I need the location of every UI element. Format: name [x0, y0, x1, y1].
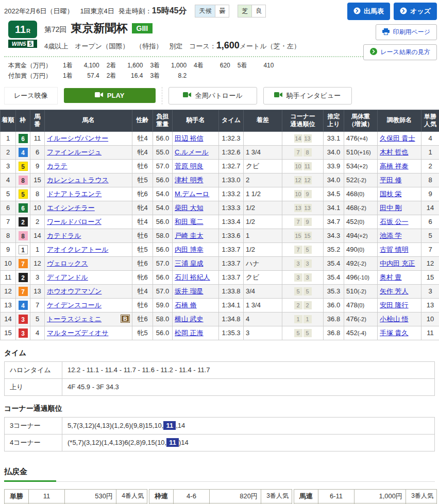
jockey-link[interactable]: 内田 博幸: [175, 246, 204, 253]
cell-last3f: 34.7: [324, 215, 344, 229]
jockey-link[interactable]: 和田 竜二: [175, 218, 204, 225]
horse-name-link[interactable]: ファインルージュ: [47, 148, 102, 156]
cell-waku: 7: [16, 284, 30, 298]
trainer-link[interactable]: 中内田 充正: [380, 259, 415, 267]
jockey-link[interactable]: 横山 武史: [175, 315, 204, 323]
race-number-suffix: R: [26, 28, 30, 34]
horse-name-link[interactable]: ヴェロックス: [47, 259, 88, 267]
results-guide-button[interactable]: レース結果の見方: [363, 44, 437, 60]
jockey-link[interactable]: 坂井 瑠星: [175, 287, 204, 295]
trainer-link[interactable]: 古賀 慎明: [380, 246, 409, 253]
table-row: 13 4 7 ケイデンスコール 牡6 59.0 石橋 脩 1:34.1 1 3/…: [1, 298, 439, 312]
patrol-video-button[interactable]: 全周パトロール: [168, 87, 257, 105]
cell-horse-name: イルーシヴパンサー: [45, 131, 132, 145]
race-video-button[interactable]: レース映像: [4, 87, 58, 105]
cell-time: 1:32.6: [219, 145, 244, 159]
header-last3f: 推定 上り: [324, 110, 344, 131]
cell-waku: 3: [16, 326, 30, 340]
horse-name-link[interactable]: ケイデンスコール: [47, 301, 102, 309]
trainer-link[interactable]: 国枝 栄: [380, 190, 402, 198]
cell-margin: ハナ: [244, 256, 282, 270]
jockey-link[interactable]: 松岡 正海: [175, 329, 204, 337]
cell-trainer: 中内田 充正: [378, 256, 421, 270]
jockey-link[interactable]: 田辺 裕信: [175, 134, 204, 142]
trainer-link[interactable]: 矢作 芳人: [380, 287, 409, 295]
furlong-time-row: ハロンタイム 12.2 - 11.1 - 11.4 - 11.7 - 11.6 …: [5, 361, 435, 378]
horse-name-link[interactable]: ワールドバローズ: [47, 218, 102, 225]
cell-trainer: 高橋 祥泰: [378, 159, 421, 173]
odds-button[interactable]: オッズ: [394, 3, 437, 20]
horse-weight-diff: (-2): [358, 260, 366, 267]
cell-horse-number: 2: [30, 215, 45, 229]
arrow-circle-icon: [370, 48, 377, 57]
trainer-link[interactable]: 木村 哲也: [380, 148, 409, 156]
cell-waku: 7: [16, 256, 30, 270]
trainer-link[interactable]: 石坂 公一: [380, 218, 409, 225]
header-trainer: 調教師名: [378, 110, 421, 131]
jockey-link[interactable]: 三浦 皇成: [175, 259, 204, 267]
last-furlongs-value: 4F 45.9 - 3F 34.3: [62, 378, 435, 395]
trainer-link[interactable]: 池添 学: [380, 232, 402, 239]
jockey-link[interactable]: 菅原 明良: [175, 162, 204, 170]
cell-sex-age: 牝6: [132, 270, 153, 284]
cell-margin: 1 3/4: [244, 145, 282, 159]
cell-corner-order: 1212: [282, 173, 324, 187]
trainer-link[interactable]: 高橋 祥泰: [380, 162, 409, 170]
play-button[interactable]: PLAY: [64, 88, 156, 103]
trainer-link[interactable]: 田中 剛: [380, 204, 402, 212]
horse-weight: 476: [346, 134, 358, 142]
print-page-button[interactable]: 印刷用ページ: [376, 24, 437, 40]
horse-name-link[interactable]: ディアンドル: [47, 273, 88, 281]
time-section-heading: タイム: [4, 349, 435, 358]
cell-margin: クビ: [244, 270, 282, 284]
jockey-link[interactable]: 石川 裕紀人: [175, 273, 210, 281]
cell-finish-position: 13: [1, 298, 16, 312]
race-card-button[interactable]: 出馬表: [347, 3, 390, 20]
odds-label: オッズ: [410, 7, 431, 16]
trainer-link[interactable]: 奥村 豊: [380, 273, 402, 281]
cell-horse-name: ファインルージュ: [45, 145, 132, 159]
jockey-interview-button[interactable]: 騎手インタビュー: [263, 87, 352, 105]
cell-horse-number: 12: [30, 256, 45, 270]
horse-name-link[interactable]: トーラスジェミニ: [47, 315, 102, 323]
cell-waku: 1: [16, 242, 30, 256]
horse-name-link[interactable]: ホウオウアマゾン: [47, 287, 102, 295]
horse-name-link[interactable]: カラテ: [47, 162, 67, 170]
cell-trainer: 田中 剛: [378, 201, 421, 215]
cell-time: 1:33.0: [219, 173, 244, 187]
trainer-link[interactable]: 久保田 貴士: [380, 134, 415, 142]
cell-horse-name: カラテ: [45, 159, 132, 173]
race-card-label: 出馬表: [364, 7, 384, 16]
jockey-link[interactable]: C.ルメール: [175, 148, 209, 156]
jockey-link[interactable]: M.デムーロ: [175, 190, 209, 198]
horse-name-link[interactable]: イルーシヴパンサー: [47, 134, 108, 142]
arrow-circle-icon: [353, 7, 361, 16]
header-load-weight: 負担 重量: [153, 110, 173, 131]
waku-badge: 1: [19, 245, 28, 254]
cell-horse-name: ケイデンスコール: [45, 298, 132, 312]
horse-name-link[interactable]: マルターズディオサ: [47, 329, 108, 337]
horse-name-link[interactable]: エイシンチラー: [47, 204, 95, 212]
trainer-link[interactable]: 小桧山 悟: [380, 315, 409, 323]
table-row: 7 2 2 ワールドバローズ 牡4 56.0 和田 竜二 1:33.4 1/2 …: [1, 215, 439, 229]
horse-name-link[interactable]: ドナアトラエンテ: [47, 190, 102, 198]
trainer-link[interactable]: 平田 修: [380, 176, 402, 184]
cell-win-popularity: 2: [421, 159, 439, 173]
horse-name-link[interactable]: カレンシュトラウス: [47, 176, 109, 184]
jockey-link[interactable]: 津村 明秀: [175, 176, 204, 184]
corner-position-chip: 5: [294, 287, 302, 296]
cell-load-weight: 54.0: [153, 201, 173, 215]
cell-last3f: 34.1: [324, 201, 344, 215]
horse-name-link[interactable]: カテドラル: [47, 232, 81, 239]
horse-name-link[interactable]: アオイクレアトール: [47, 246, 108, 253]
waku-badge: 6: [19, 134, 28, 143]
jockey-link[interactable]: 柴田 大知: [175, 204, 204, 212]
jockey-link[interactable]: 石橋 脩: [175, 301, 197, 309]
trainer-link[interactable]: 安田 隆行: [380, 301, 409, 309]
jockey-link[interactable]: 戸崎 圭太: [175, 232, 204, 239]
cell-margin: 1 3/4: [244, 298, 282, 312]
trainer-link[interactable]: 手塚 貴久: [380, 329, 409, 337]
cell-finish-position: 4: [1, 173, 16, 187]
cell-sex-age: 牝5: [132, 326, 153, 340]
video-camera-icon: [183, 92, 191, 99]
